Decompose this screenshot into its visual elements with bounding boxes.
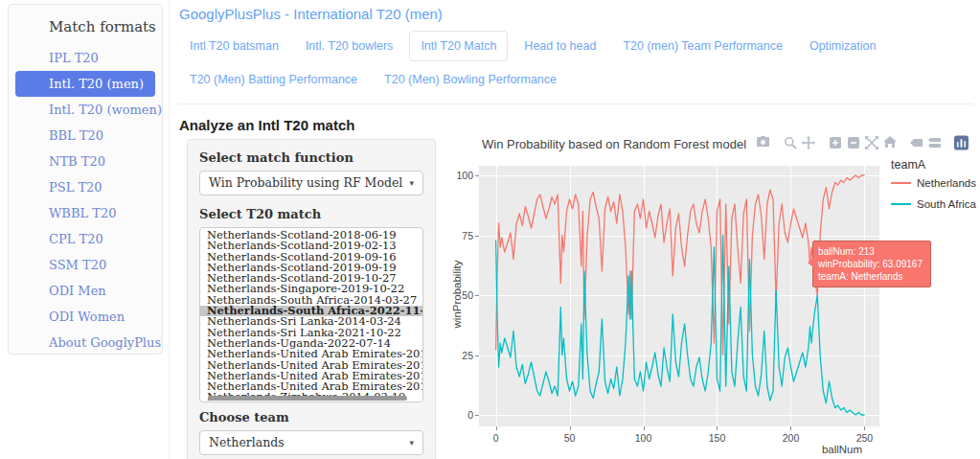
legend-swatch-netherlands xyxy=(891,182,911,184)
modebar-group xyxy=(779,135,815,149)
section-heading: Analyze an Intl T20 match xyxy=(179,117,354,133)
tab-t20-men-bowling-performance[interactable]: T20 (Men) Bowling Performance xyxy=(374,65,567,94)
page-title: GooglyPlusPlus - International T20 (men) xyxy=(179,6,443,22)
team-select[interactable]: Netherlands ▾ xyxy=(199,430,423,455)
match-options: Netherlands-Scotland-2018-06-19Netherlan… xyxy=(200,230,422,402)
x-tick-label: 0 xyxy=(493,432,499,444)
tab-optimization[interactable]: Optimization xyxy=(799,32,886,60)
sidebar-item-cpl-t20[interactable]: CPL T20 xyxy=(9,226,162,252)
win-probability-chart: Win Probability based on Random Forest m… xyxy=(443,129,980,459)
compare-hover-icon[interactable] xyxy=(927,135,942,149)
match-function-select[interactable]: Win Probability using RF Model ▾ xyxy=(199,171,423,195)
sidebar-item-intl-t20-women[interactable]: Intl. T20 (women) xyxy=(9,97,162,123)
tooltip-line: winProbability: 63.09167 xyxy=(818,258,925,270)
pan-icon[interactable] xyxy=(801,135,815,149)
x-tick-label: 50 xyxy=(564,432,576,444)
y-tick-label: 25 xyxy=(462,350,473,361)
legend-swatch-south-africa xyxy=(891,203,911,205)
modebar-group xyxy=(752,135,770,149)
y-tick-mark xyxy=(475,356,479,356)
sidebar-nav: IPL T20Intl. T20 (men)Intl. T20 (women)B… xyxy=(9,45,162,356)
y-tick-mark xyxy=(475,236,479,237)
x-tick-label: 100 xyxy=(635,432,652,444)
tabbar: Intl T20 batsmanIntl. T20 bowlersIntl T2… xyxy=(179,29,972,104)
sidebar-item-odi-women[interactable]: ODI Women xyxy=(9,304,162,330)
y-tick-label: 75 xyxy=(462,230,473,241)
match-listbox[interactable]: Netherlands-Scotland-2018-06-19Netherlan… xyxy=(199,227,423,402)
y-axis-title: winProbability xyxy=(451,227,463,361)
chart-tooltip: ballNum: 213winProbability: 63.09167team… xyxy=(812,241,931,287)
analysis-panel: Select match function Win Probability us… xyxy=(187,139,436,459)
reset-home-icon[interactable] xyxy=(882,135,897,149)
y-tick-mark xyxy=(475,175,479,176)
legend-entry-netherlands[interactable]: Netherlands xyxy=(891,177,976,189)
match-select-label: Select T20 match xyxy=(199,207,423,221)
team-label: Choose team xyxy=(199,410,423,425)
tab-t20-men-batting-performance[interactable]: T20 (Men) Batting Performance xyxy=(179,65,368,94)
sidebar-item-wbbl-t20[interactable]: WBBL T20 xyxy=(9,200,162,226)
x-tick-label: 150 xyxy=(709,432,726,444)
legend-label-netherlands: Netherlands xyxy=(917,177,976,189)
x-tick-label: 250 xyxy=(856,432,874,444)
sidebar-item-about-googlyplusplus-2022[interactable]: About GooglyPlusPlus 2022 xyxy=(9,330,162,356)
chevron-down-icon: ▾ xyxy=(409,431,414,454)
modebar-group xyxy=(950,135,969,149)
x-tick-mark xyxy=(644,426,645,430)
match-function-label: Select match function xyxy=(199,150,423,165)
plotly-logo-icon[interactable] xyxy=(954,135,969,149)
match-function-value: Win Probability using RF Model xyxy=(209,175,402,190)
legend-label-south-africa: South Africa xyxy=(917,198,976,210)
legend-title: teamA xyxy=(891,158,976,172)
sidebar: Match formats IPL T20Intl. T20 (men)Intl… xyxy=(8,4,163,355)
y-tick-label: 50 xyxy=(462,289,473,301)
autoscale-icon[interactable] xyxy=(864,135,878,149)
series-lines[interactable] xyxy=(479,166,879,426)
tooltip-line: teamA: Netherlands xyxy=(818,270,925,283)
x-tick-mark xyxy=(717,426,718,430)
sidebar-title: Match formats xyxy=(9,18,162,35)
team-value: Netherlands xyxy=(209,435,285,449)
tab-head-to-head[interactable]: Head to head xyxy=(513,32,606,60)
horizontal-scrollbar[interactable] xyxy=(208,396,407,401)
sidebar-item-bbl-t20[interactable]: BBL T20 xyxy=(9,123,162,149)
y-tick-mark xyxy=(475,415,479,416)
y-tick-mark xyxy=(475,295,479,296)
zoom-in-icon[interactable] xyxy=(828,135,842,149)
tab-intl-t20-bowlers[interactable]: Intl. T20 bowlers xyxy=(295,32,403,60)
sidebar-item-ssm-t20[interactable]: SSM T20 xyxy=(9,252,162,278)
legend: teamA NetherlandsSouth Africa xyxy=(891,158,976,219)
legend-entry-south-africa[interactable]: South Africa xyxy=(891,198,976,210)
x-tick-mark xyxy=(864,426,865,430)
left-column: Match formats IPL T20Intl. T20 (men)Intl… xyxy=(0,0,170,459)
sidebar-item-odi-men[interactable]: ODI Men xyxy=(9,278,162,304)
modebar-group xyxy=(905,135,942,149)
tab-t20-men-team-performance[interactable]: T20 (men) Team Performance xyxy=(612,32,793,60)
plot-area[interactable] xyxy=(479,166,879,426)
tab-intl-t20-batsman[interactable]: Intl T20 batsman xyxy=(179,32,289,60)
sidebar-item-ntb-t20[interactable]: NTB T20 xyxy=(9,149,162,174)
toggle-hover-icon[interactable] xyxy=(909,135,923,149)
chevron-down-icon: ▾ xyxy=(409,172,414,195)
x-tick-mark xyxy=(496,426,497,430)
modebar-group xyxy=(824,135,897,149)
zoom-icon[interactable] xyxy=(783,135,797,149)
sidebar-item-intl-t20-men[interactable]: Intl. T20 (men) xyxy=(15,71,155,97)
chart-title: Win Probability based on Random Forest m… xyxy=(482,137,746,151)
y-tick-label: 100 xyxy=(456,170,473,181)
plotly-modebar xyxy=(743,135,969,149)
sidebar-item-ipl-t20[interactable]: IPL T20 xyxy=(9,45,162,71)
x-tick-label: 200 xyxy=(783,432,800,444)
tab-intl-t20-match[interactable]: Intl T20 Match xyxy=(409,31,508,61)
x-tick-mark xyxy=(790,426,791,430)
camera-icon[interactable] xyxy=(756,135,770,149)
x-tick-mark xyxy=(570,426,571,430)
zoom-out-icon[interactable] xyxy=(846,135,860,149)
legend-entries: NetherlandsSouth Africa xyxy=(891,177,976,210)
tooltip-line: ballNum: 213 xyxy=(818,245,925,258)
y-tick-label: 0 xyxy=(467,409,473,421)
x-axis-title: ballNum xyxy=(679,444,980,455)
sidebar-item-psl-t20[interactable]: PSL T20 xyxy=(9,174,162,200)
